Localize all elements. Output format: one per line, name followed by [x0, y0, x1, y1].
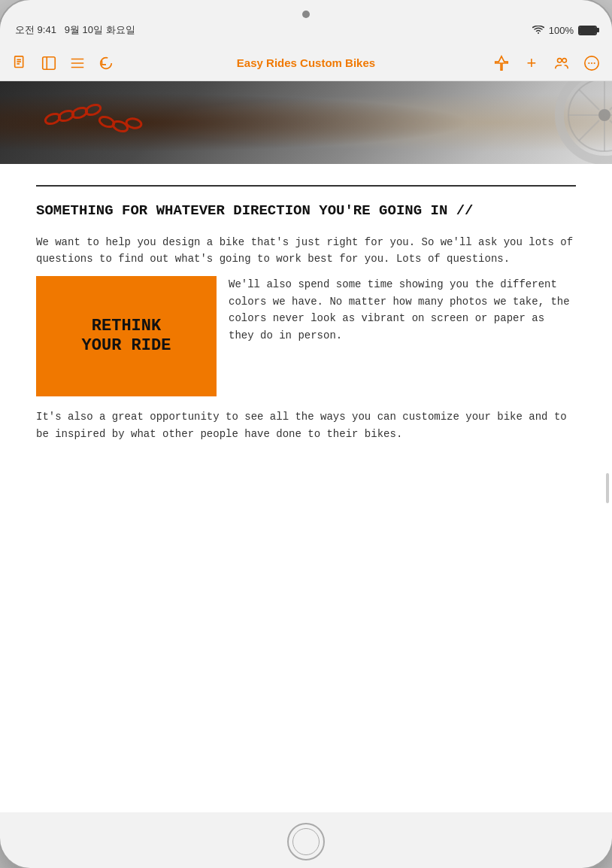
two-col-section: RETHINK YOUR RIDE We'll also spend some …	[36, 276, 576, 396]
para1-text: We want to help you design a bike that's…	[36, 234, 576, 268]
svg-line-33	[579, 120, 599, 141]
pin-icon	[493, 55, 510, 71]
hero-image	[0, 81, 612, 164]
home-button-inner	[292, 828, 320, 855]
toolbar-right: +	[405, 52, 603, 74]
document-title: Easy Rides Custom Bikes	[237, 56, 375, 69]
sidebar-toggle-button[interactable]	[38, 52, 60, 74]
add-button[interactable]: +	[520, 52, 543, 74]
undo-icon	[98, 55, 114, 71]
content-area: SOMETHING FOR WHATEVER DIRECTION YOU'RE …	[0, 81, 612, 812]
orange-box: RETHINK YOUR RIDE	[36, 276, 217, 396]
para3-text: It's also a great opportunity to see all…	[36, 408, 576, 442]
toolbar-center: Easy Rides Custom Bikes	[207, 56, 404, 69]
toolbar: Easy Rides Custom Bikes +	[0, 45, 612, 81]
doc-heading: SOMETHING FOR WHATEVER DIRECTION YOU'RE …	[36, 202, 576, 220]
para2-text: We'll also spend some time showing you t…	[229, 276, 576, 344]
sidebar-icon	[41, 55, 57, 71]
time: 오전 9:41	[15, 24, 56, 35]
svg-rect-4	[43, 56, 56, 69]
doc-divider	[36, 185, 576, 187]
battery-icon	[578, 26, 597, 35]
orange-box-text: RETHINK YOUR RIDE	[82, 317, 171, 357]
toolbar-left	[9, 52, 207, 74]
camera-dot	[302, 11, 310, 18]
home-button[interactable]	[287, 823, 325, 860]
chain-decoration	[38, 89, 188, 149]
list-icon	[69, 55, 86, 71]
svg-point-11	[562, 58, 567, 62]
add-icon: +	[527, 55, 537, 71]
more-icon	[583, 55, 600, 71]
doc-content: SOMETHING FOR WHATEVER DIRECTION YOU'RE …	[0, 164, 612, 812]
collaborate-button[interactable]	[550, 52, 573, 74]
right-col: We'll also spend some time showing you t…	[229, 276, 576, 396]
date: 9월 10일 화요일	[65, 24, 135, 35]
more-button[interactable]	[580, 52, 603, 74]
svg-point-10	[557, 58, 562, 62]
wifi-icon	[532, 26, 544, 35]
doc-para3: It's also a great opportunity to see all…	[36, 408, 576, 442]
battery-percent: 100%	[549, 25, 574, 36]
svg-point-25	[598, 109, 610, 121]
doc-button[interactable]	[9, 52, 32, 74]
status-time: 오전 9:41 9월 10일 화요일	[15, 23, 135, 37]
svg-point-13	[588, 62, 589, 63]
device: 오전 9:41 9월 10일 화요일 100%	[0, 0, 612, 868]
status-bar: 오전 9:41 9월 10일 화요일 100%	[0, 15, 612, 45]
wheel-decoration	[499, 81, 612, 164]
doc-icon	[12, 55, 29, 71]
pin-button[interactable]	[490, 52, 513, 74]
scrollbar[interactable]	[606, 473, 609, 503]
status-right: 100%	[532, 25, 597, 36]
battery-fill	[580, 27, 595, 34]
orange-box-line2: YOUR RIDE	[82, 336, 171, 356]
list-button[interactable]	[66, 52, 89, 74]
svg-line-30	[579, 90, 599, 110]
svg-point-15	[594, 62, 595, 63]
doc-para1: We want to help you design a bike that's…	[36, 234, 576, 268]
svg-point-14	[591, 62, 592, 63]
collab-icon	[553, 55, 570, 71]
svg-point-19	[85, 103, 102, 117]
undo-button[interactable]	[95, 52, 117, 74]
orange-box-line1: RETHINK	[82, 317, 171, 336]
